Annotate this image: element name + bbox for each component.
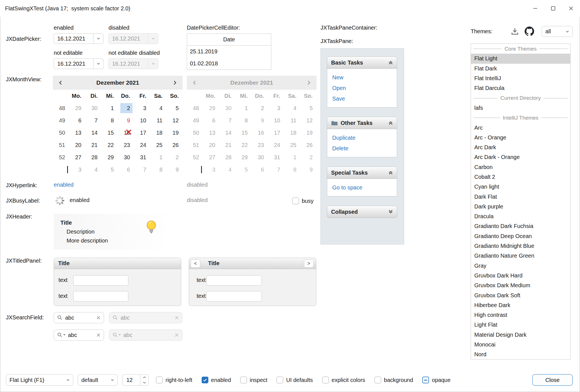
- calendar-day[interactable]: 2: [166, 151, 183, 163]
- table-header-date[interactable]: Date: [187, 34, 271, 46]
- search-menu-icon[interactable]: [57, 332, 65, 338]
- calendar-day[interactable]: 7: [85, 114, 102, 127]
- calendar-day[interactable]: 2: [118, 102, 134, 114]
- calendar-day[interactable]: 24: [134, 139, 150, 151]
- datepicker-enabled[interactable]: 16.12.2021: [54, 33, 103, 44]
- github-icon[interactable]: [525, 27, 534, 37]
- text-input[interactable]: [73, 275, 128, 286]
- checkbox-box[interactable]: [292, 198, 299, 204]
- minimize-button[interactable]: [526, 0, 544, 17]
- checkbox-enabled[interactable]: enabled: [202, 377, 231, 383]
- laf-combo[interactable]: Flat Light (F1): [6, 374, 73, 386]
- calendar-day[interactable]: 11: [150, 114, 166, 127]
- checkbox-box[interactable]: [156, 377, 163, 383]
- theme-item[interactable]: Flat IntelliJ: [471, 73, 570, 83]
- calendar-day[interactable]: 5: [166, 102, 183, 114]
- task-link[interactable]: Duplicate: [332, 132, 392, 143]
- calendar-day[interactable]: 7: [134, 163, 150, 176]
- datepicker-not-editable[interactable]: 16.12.2021: [54, 58, 103, 69]
- close-window-button[interactable]: [562, 0, 580, 17]
- next-month-button[interactable]: [172, 80, 178, 85]
- calendar-day[interactable]: 30: [85, 102, 102, 114]
- theme-item[interactable]: Arc Dark - Orange: [471, 152, 570, 162]
- theme-item[interactable]: Carbon: [471, 162, 570, 172]
- checkbox-right-to-left[interactable]: right-to-left: [156, 377, 192, 383]
- theme-item[interactable]: Cobalt 2: [471, 172, 570, 182]
- task-pane-header[interactable]: Other Tasks: [327, 117, 397, 129]
- calendar-day[interactable]: 27: [69, 151, 85, 163]
- calendar-day[interactable]: 18: [150, 127, 166, 139]
- theme-item[interactable]: Gradianto Dark Fuchsia: [471, 221, 570, 231]
- collapse-icon[interactable]: [388, 170, 393, 175]
- theme-item[interactable]: Flat Light: [471, 54, 570, 63]
- text-input[interactable]: [206, 275, 262, 286]
- task-pane-header[interactable]: Basic Tasks: [327, 56, 397, 69]
- checkbox-opaque[interactable]: opaque: [422, 377, 451, 383]
- theme-item[interactable]: Gruvbox Dark Soft: [471, 290, 570, 300]
- calendar-day[interactable]: 29: [102, 151, 118, 163]
- calendar-day[interactable]: 17: [134, 127, 150, 139]
- text-input[interactable]: [206, 291, 262, 301]
- date-value[interactable]: 16.12.2021: [54, 35, 93, 42]
- theme-item[interactable]: Flat Dark: [471, 64, 570, 73]
- calendar-day[interactable]: 10: [134, 114, 150, 127]
- calendar-day[interactable]: 15: [102, 127, 118, 139]
- task-link[interactable]: Save: [332, 93, 392, 104]
- collapse-icon[interactable]: [388, 120, 393, 126]
- calendar-day[interactable]: 19: [166, 127, 183, 139]
- theme-item[interactable]: Flat Darcula: [471, 83, 570, 93]
- calendar-day[interactable]: 25: [150, 139, 166, 151]
- checkbox-explicit-colors[interactable]: explicit colors: [322, 377, 365, 383]
- theme-item[interactable]: Light Flat: [471, 320, 570, 330]
- table-row[interactable]: 25.11.2019: [187, 46, 271, 58]
- theme-item[interactable]: Gradianto Nature Green: [471, 251, 570, 261]
- calendar-day[interactable]: 26: [166, 139, 183, 151]
- calendar-day[interactable]: 21: [85, 139, 102, 151]
- theme-item[interactable]: Dark purple: [471, 202, 570, 212]
- theme-item[interactable]: Material Design Dark: [471, 330, 570, 340]
- expand-icon[interactable]: [388, 209, 393, 215]
- theme-item[interactable]: Dracula: [471, 212, 570, 221]
- calendar-day[interactable]: 31: [134, 151, 150, 163]
- theme-item[interactable]: Gradianto Deep Ocean: [471, 231, 570, 241]
- task-link[interactable]: Open: [332, 83, 392, 93]
- calendar-day[interactable]: 9: [118, 114, 134, 127]
- calendar-day[interactable]: 23: [118, 139, 134, 151]
- calendar-day[interactable]: 6: [69, 114, 85, 127]
- search-value[interactable]: abc: [65, 315, 94, 321]
- task-pane-header[interactable]: Collapsed: [327, 206, 397, 218]
- theme-item[interactable]: Gruvbox Dark Hard: [471, 271, 570, 281]
- calendar-dropdown-button[interactable]: [93, 59, 103, 69]
- task-link[interactable]: New: [332, 72, 392, 83]
- title-bar[interactable]: FlatSwingXTest (Java 17; system scale fa…: [0, 0, 580, 17]
- close-button[interactable]: Close: [532, 374, 573, 386]
- calendar-dropdown-button[interactable]: [93, 34, 103, 44]
- calendar-day[interactable]: 3: [69, 163, 85, 176]
- clear-icon[interactable]: ✕: [96, 315, 101, 321]
- task-pane-header[interactable]: Special Tasks: [327, 167, 397, 179]
- checkbox-box[interactable]: [240, 377, 247, 383]
- calendar-day[interactable]: 16: [118, 127, 134, 139]
- calendar-day[interactable]: 13: [69, 127, 85, 139]
- calendar-day[interactable]: 30: [118, 151, 134, 163]
- theme-item[interactable]: Arc - Orange: [471, 133, 570, 142]
- task-link[interactable]: Delete: [332, 143, 392, 154]
- collapse-icon[interactable]: [388, 60, 393, 65]
- font-size-spinner[interactable]: 12: [122, 374, 149, 386]
- table-row[interactable]: 01.02.2018: [187, 58, 271, 70]
- checkbox-background[interactable]: background: [374, 377, 413, 383]
- checkbox-box[interactable]: [202, 377, 208, 383]
- theme-item[interactable]: Gruvbox Dark Medium: [471, 281, 570, 290]
- font-combo[interactable]: default: [78, 374, 118, 386]
- theme-item[interactable]: Dark Flat: [471, 192, 570, 201]
- theme-item[interactable]: Gray: [471, 261, 570, 271]
- calendar-day[interactable]: 1: [150, 151, 166, 163]
- search-field-with-menu[interactable]: abc ✕: [54, 329, 104, 341]
- calendar-day[interactable]: 20: [69, 139, 85, 151]
- calendar-day[interactable]: 8: [150, 163, 166, 176]
- panel-prev-button[interactable]: <: [191, 259, 200, 268]
- theme-item[interactable]: Gradianto Midnight Blue: [471, 241, 570, 251]
- calendar-day[interactable]: 12: [166, 114, 183, 127]
- calendar-day[interactable]: 14: [85, 127, 102, 139]
- theme-filter-combo[interactable]: all: [542, 26, 573, 37]
